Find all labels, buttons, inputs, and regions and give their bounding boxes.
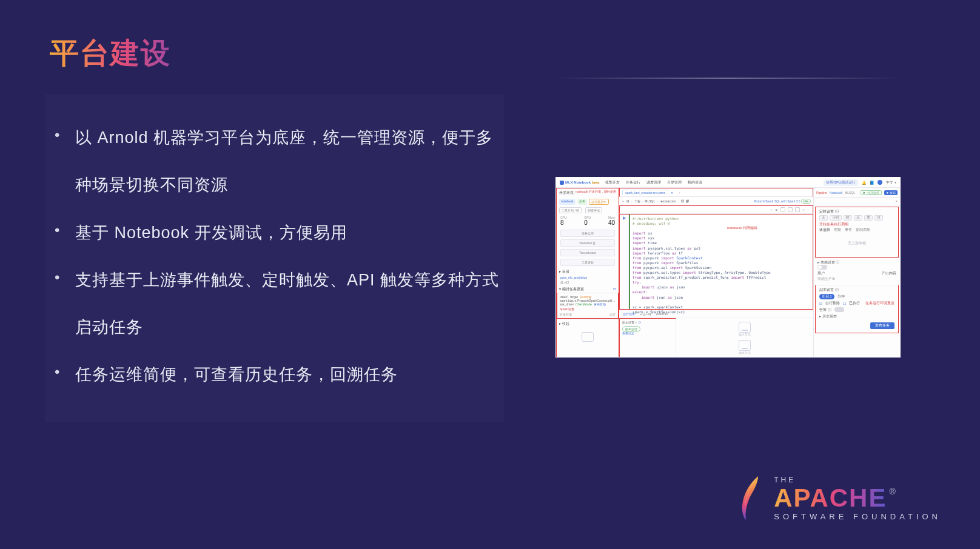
env-label: 开发环境 <box>560 313 572 316</box>
code-cell[interactable]: #!/usr/bin/env python # encoding: utf-8 … <box>619 214 813 310</box>
reload-icon[interactable]: ⟳ <box>613 287 616 292</box>
view-log-link[interactable]: 查看日志 <box>622 332 673 335</box>
tree-item[interactable]: @ v15 <box>557 280 619 285</box>
dep-row: 依赖的产出 <box>817 277 896 281</box>
plus-icon[interactable]: ＋ <box>770 208 773 211</box>
user-avatar-icon[interactable] <box>878 180 882 185</box>
output-node-label: 输出节点 <box>739 351 751 354</box>
pill-option[interactable]: 周 <box>864 215 873 221</box>
tab-pipeline[interactable]: Pipeline <box>816 191 827 195</box>
crumb-seg[interactable]: 工程 <box>634 199 640 203</box>
spark-settings[interactable]: Spark 设置 <box>560 306 616 311</box>
pill-option[interactable]: 月 <box>874 215 883 221</box>
opt-period[interactable]: 周期 <box>834 228 841 232</box>
ss-center: spark_bert_encoder.enc.parts ✕ ＋ ← 目 › 工… <box>619 188 813 358</box>
save-icon[interactable]: 🖫 <box>681 199 684 203</box>
collapse-section[interactable]: ▸ 收起 <box>557 319 619 328</box>
open-terminal-button[interactable]: 创建终端 <box>585 207 602 213</box>
tab-mlsql[interactable]: MLSQL <box>845 191 855 195</box>
nav-item[interactable]: 任务运行 <box>626 180 640 185</box>
copy-icon[interactable]: 🗐 <box>686 199 689 203</box>
help-icon[interactable]: 中文 ▾ <box>886 180 896 185</box>
run-cell-icon[interactable] <box>623 216 626 220</box>
code-editor[interactable]: #!/usr/bin/env python # encoding: utf-8 … <box>629 215 813 309</box>
publish-button[interactable]: 发布任务 <box>870 322 894 329</box>
book-icon[interactable]: 📘 <box>870 181 874 185</box>
right-close-row: × <box>814 198 900 205</box>
check-label: 自行删除 <box>825 301 840 305</box>
apache-logo: THE APACHE ® SOFTWARE FOUNDATION <box>737 475 941 521</box>
monitor-button[interactable]: 任务监控 <box>560 230 615 237</box>
publish-link[interactable]: 发布其他 <box>594 302 606 306</box>
tree-item[interactable]: para_nfo_prediction <box>557 275 619 280</box>
tensorboard-button[interactable]: Tensorboard <box>560 249 615 256</box>
crumb-seg[interactable]: 目 <box>626 199 629 203</box>
code-text: #!/usr/bin/env python # encoding: utf-8 … <box>633 216 809 314</box>
bottom-panel: 运行结果 日志Log Webshell 副本设置 ✓ ⟳ 副本运行 查看日志 <box>619 310 813 358</box>
dep-title[interactable]: ▸ 依赖设置 ⓘ <box>817 261 896 265</box>
opt-copy[interactable]: 复制周期 <box>856 228 870 232</box>
unit-label: 分钟 <box>837 294 845 299</box>
webshell-button[interactable]: Webshell 登 <box>560 239 615 247</box>
opt-event[interactable]: 事件 <box>845 228 852 232</box>
back-icon[interactable]: ← <box>622 199 625 203</box>
input-node-icon[interactable] <box>739 322 751 333</box>
chip-restart[interactable]: 运行重启中 <box>589 199 609 205</box>
run-icon[interactable]: ▶ <box>776 208 778 211</box>
tab-close-icon[interactable]: ✕ <box>671 191 673 195</box>
history-section[interactable]: ▸ 历史版本 <box>819 314 894 319</box>
expand-icon[interactable]: ⤢ <box>802 208 805 211</box>
run-gutter[interactable] <box>620 215 629 309</box>
pipeline-section[interactable]: ▾ 编排任务设置 ⟳ <box>557 285 619 293</box>
crumb-seg[interactable]: remoteconn <box>660 199 676 203</box>
checkmode-badge: CheckMode <box>576 302 592 306</box>
nav-item[interactable]: 模型开发 <box>605 180 620 185</box>
chip-notebook[interactable]: notebook <box>559 199 576 205</box>
publish-dropdown[interactable]: ▼ 发布 <box>884 190 898 195</box>
crumb-seg[interactable]: MLSQL <box>645 199 655 203</box>
dependency-panel: ▸ 依赖设置 ⓘ 用户 产出内容 依赖的产出 <box>814 258 900 284</box>
cpu-value: 8 <box>560 219 567 226</box>
editor-tab[interactable]: spark_bert_encoder.enc.parts <box>622 190 668 195</box>
pill-option[interactable]: 小时 <box>830 215 842 221</box>
replica-run-pill[interactable]: 副本运行 <box>622 326 640 332</box>
bell-icon[interactable]: 🔔 <box>862 181 866 185</box>
right-tabs: Pipeline Notebook MLSQL ▶ 打开运行 ▼ 发布 <box>814 188 900 198</box>
replica-panel: 副本设置 ✓ ⟳ 副本运行 查看日志 <box>619 318 676 358</box>
opts-label: 请选择 <box>819 228 830 232</box>
tab-add-icon[interactable]: ＋ <box>678 191 681 195</box>
dep-toggle[interactable] <box>817 265 827 270</box>
paste-icon[interactable] <box>795 207 800 212</box>
kernel-status: Idle <box>801 199 811 204</box>
check-executed[interactable]: ☐ <box>843 302 846 305</box>
copy-icon[interactable] <box>788 207 793 212</box>
replica-title: 副本设置 ⓘ <box>819 288 894 292</box>
apache-name: APACHE <box>774 485 887 511</box>
check-autodelete[interactable]: ☑ <box>819 302 822 305</box>
pill-option[interactable]: 时 <box>844 215 852 221</box>
tools-install-button[interactable]: 工具安装 <box>560 259 615 266</box>
close-icon[interactable]: × <box>895 199 898 203</box>
enable-pill[interactable]: 开启 1 <box>819 294 834 299</box>
more-icon[interactable]: ⋯ <box>807 208 810 211</box>
kernel-label[interactable]: Pytorch/Spark.SQL with Spark 3.0 <box>754 199 800 203</box>
graph-canvas[interactable]: 输入节点 输出节点 <box>676 318 813 358</box>
bullet-item: 基于 Notebook 开发调试，方便易用 <box>45 209 504 256</box>
gpu-chip[interactable]: 使用GPU调试运行 <box>824 179 858 186</box>
open-run-button[interactable]: ▶ 打开运行 <box>861 190 881 195</box>
nav-item[interactable]: 调度管理 <box>646 180 661 185</box>
tool-pack-button[interactable]: 工具打包 / 控 <box>559 207 582 213</box>
feather-icon <box>737 475 765 521</box>
refresh-icon[interactable]: ⟳ <box>639 321 641 324</box>
pill-option[interactable]: 天 <box>819 215 828 221</box>
nav-item[interactable]: 开发管理 <box>667 180 682 185</box>
alert-toggle[interactable] <box>834 307 844 312</box>
pipeline-label: ▾ 编排任务设置 <box>559 287 584 292</box>
output-node-icon[interactable] <box>739 340 751 351</box>
dir-section[interactable]: ▸ 目录 <box>557 267 619 275</box>
cut-icon[interactable] <box>780 207 785 212</box>
cell-toolbar: ＋ ▶ ⤢ ⋯ <box>619 205 813 214</box>
pill-option[interactable]: 天 <box>854 215 862 221</box>
nav-item[interactable]: 我的资源 <box>688 180 702 185</box>
tab-notebook[interactable]: Notebook <box>830 191 842 195</box>
